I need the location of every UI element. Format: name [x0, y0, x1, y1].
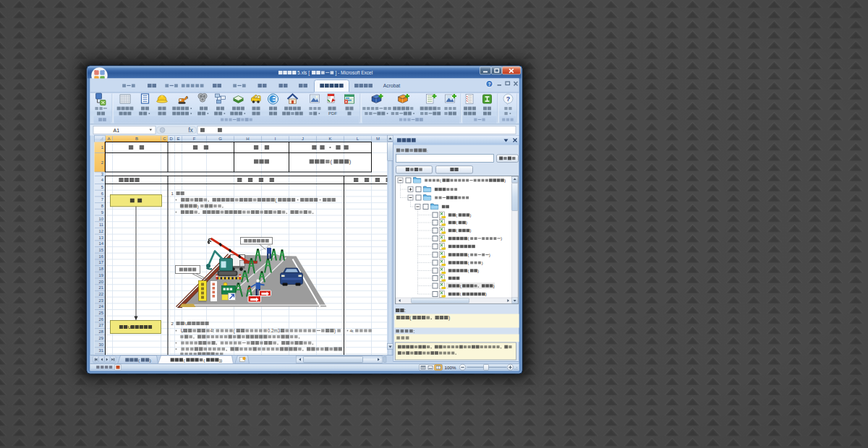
svg-text:K: K	[328, 137, 331, 141]
svg-text:): )	[448, 315, 450, 321]
svg-text:(: (	[467, 236, 469, 241]
svg-text:): )	[485, 292, 487, 296]
svg-text:25: 25	[99, 311, 103, 315]
svg-text:): )	[504, 178, 506, 183]
svg-text:29: 29	[99, 336, 103, 340]
svg-text::: :	[404, 308, 406, 313]
svg-text:E: E	[176, 137, 179, 141]
svg-text:31: 31	[99, 348, 103, 353]
svg-text:C: C	[163, 137, 166, 141]
svg-text:): )	[470, 213, 472, 217]
svg-text:11: 11	[99, 223, 103, 227]
svg-text:] - Microsoft Excel: ] - Microsoft Excel	[336, 70, 373, 76]
svg-text:Acrobat: Acrobat	[383, 83, 401, 88]
svg-text:20: 20	[99, 280, 103, 284]
svg-text:10: 10	[99, 217, 103, 221]
svg-text:13: 13	[99, 236, 103, 240]
svg-text:22: 22	[99, 292, 103, 296]
svg-text:2: 2	[101, 160, 103, 165]
svg-text:21: 21	[99, 285, 103, 290]
svg-text:24: 24	[99, 304, 104, 309]
svg-text:19: 19	[99, 273, 103, 277]
svg-text:8: 8	[101, 204, 103, 208]
svg-text:U: U	[128, 324, 131, 329]
svg-text:14: 14	[99, 241, 104, 246]
svg-text:): )	[493, 284, 495, 288]
svg-text:4t: 4t	[210, 328, 215, 333]
svg-text:U: U	[184, 321, 187, 326]
svg-text:26: 26	[99, 317, 103, 322]
svg-text:(: (	[456, 213, 457, 217]
svg-text:?: ?	[488, 82, 491, 87]
svg-text:18: 18	[99, 267, 103, 271]
svg-text:1: 1	[101, 145, 103, 150]
svg-text:(: (	[456, 220, 457, 225]
svg-text:): )	[334, 328, 336, 334]
svg-text:?: ?	[506, 95, 511, 103]
svg-text:F: F	[193, 137, 196, 141]
svg-text:A1: A1	[114, 128, 120, 133]
svg-text:): )	[477, 269, 479, 273]
svg-text:): )	[197, 204, 199, 209]
svg-text:): )	[489, 253, 490, 257]
svg-text:100%: 100%	[445, 365, 456, 370]
svg-text:(: (	[460, 284, 461, 288]
svg-text:30: 30	[99, 343, 103, 347]
svg-text:7: 7	[101, 197, 103, 202]
svg-text:): )	[466, 220, 467, 225]
svg-text:16: 16	[99, 254, 103, 259]
svg-text:(: (	[460, 292, 461, 296]
svg-text::: :	[427, 148, 428, 153]
svg-text:5: 5	[101, 185, 103, 189]
svg-text:15: 15	[99, 248, 103, 252]
svg-text:): )	[501, 236, 502, 241]
svg-text:27: 27	[99, 323, 103, 327]
svg-text:G: G	[218, 137, 222, 141]
svg-text:17: 17	[99, 260, 103, 264]
svg-text:D: D	[170, 137, 174, 141]
svg-text:1: 1	[171, 191, 174, 196]
svg-text:4t: 4t	[349, 328, 353, 333]
svg-text:2: 2	[171, 321, 174, 326]
svg-text::: :	[414, 329, 415, 334]
svg-text:)): ))	[219, 358, 222, 363]
svg-text:B: B	[135, 137, 138, 141]
svg-text:28: 28	[99, 329, 103, 334]
svg-text:M: M	[376, 137, 380, 141]
svg-text:12: 12	[99, 229, 103, 233]
svg-text:A: A	[107, 137, 110, 141]
svg-text:(: (	[467, 269, 469, 273]
svg-text:23: 23	[99, 298, 103, 303]
svg-text:): )	[482, 261, 483, 265]
svg-text:(: (	[456, 228, 457, 233]
svg-text:6: 6	[101, 191, 103, 196]
svg-text:PDF: PDF	[328, 111, 337, 116]
svg-text:(: (	[467, 261, 469, 265]
svg-text:fx: fx	[188, 126, 193, 134]
svg-text:5.xls [: 5.xls [	[297, 70, 310, 76]
svg-text:J: J	[302, 137, 304, 141]
svg-text:H: H	[246, 137, 249, 141]
svg-text:(: (	[440, 178, 441, 183]
svg-text:3: 3	[101, 172, 103, 176]
svg-text:0.2m3: 0.2m3	[268, 328, 281, 333]
svg-text:(: (	[467, 253, 469, 257]
svg-text:9: 9	[101, 210, 103, 215]
svg-text:): )	[150, 358, 151, 363]
svg-text:): )	[470, 228, 472, 233]
